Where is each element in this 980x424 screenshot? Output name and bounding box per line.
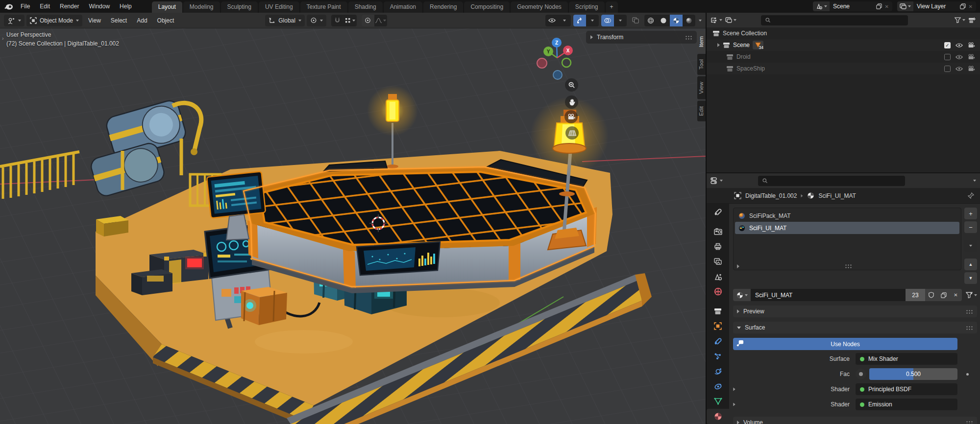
object-visibility-button[interactable] bbox=[545, 15, 558, 26]
tab-compositing[interactable]: Compositing bbox=[464, 1, 510, 13]
fac-slider[interactable]: 0.500 bbox=[869, 368, 957, 380]
viewport-scene[interactable] bbox=[0, 28, 706, 424]
mode-selector[interactable]: Object Mode bbox=[26, 15, 82, 26]
tab-uv-editing[interactable]: UV Editing bbox=[259, 1, 299, 13]
new-collection-button[interactable] bbox=[968, 17, 976, 24]
tab-world[interactable] bbox=[707, 284, 729, 300]
material-name-input[interactable]: SciFi_UI_MAT bbox=[751, 289, 906, 301]
pan-hand-button[interactable] bbox=[565, 95, 578, 109]
remove-view-layer-icon[interactable]: ✕ bbox=[969, 4, 973, 9]
drag-dots-icon[interactable] bbox=[966, 326, 973, 330]
use-nodes-button[interactable]: Use Nodes bbox=[733, 338, 957, 350]
proportional-editing-toggle[interactable] bbox=[362, 15, 374, 26]
slot-specials-button[interactable] bbox=[964, 240, 977, 252]
blender-logo-icon[interactable] bbox=[4, 3, 13, 10]
tab-tool[interactable] bbox=[707, 205, 729, 220]
editor-type-button[interactable] bbox=[4, 15, 24, 26]
render-visibility-camera-icon[interactable] bbox=[968, 66, 975, 71]
tab-rendering[interactable]: Rendering bbox=[423, 1, 463, 13]
menu-object[interactable]: Object bbox=[153, 16, 178, 25]
menu-render[interactable]: Render bbox=[55, 2, 83, 11]
sidebar-tab-edit[interactable]: Edit bbox=[697, 101, 706, 121]
material-filter-button[interactable] bbox=[966, 292, 977, 298]
show-overlays-toggle[interactable] bbox=[601, 15, 614, 26]
add-workspace-button[interactable]: + bbox=[606, 1, 618, 13]
outliner-row-scene-collection[interactable]: Scene Collection bbox=[707, 27, 980, 39]
display-mode-button[interactable] bbox=[710, 17, 722, 24]
properties-editor-type-button[interactable] bbox=[710, 177, 723, 184]
menu-edit[interactable]: Edit bbox=[35, 2, 54, 11]
hide-eye-icon[interactable] bbox=[956, 66, 963, 71]
pivot-point-selector[interactable] bbox=[307, 15, 326, 26]
orange-crate[interactable] bbox=[241, 287, 287, 325]
tab-layout[interactable]: Layout bbox=[152, 1, 182, 13]
tab-shading[interactable]: Shading bbox=[348, 1, 383, 13]
drag-dots-icon[interactable] bbox=[845, 264, 852, 268]
outliner-row-droid[interactable]: Droid bbox=[707, 51, 980, 63]
shading-material-button[interactable] bbox=[670, 15, 683, 26]
outliner-filter-mode-button[interactable] bbox=[725, 17, 736, 23]
view-layer-name-field[interactable]: View Layer ✕ bbox=[913, 1, 976, 11]
sidebar-tab-view[interactable]: View bbox=[697, 76, 706, 99]
render-visibility-camera-icon[interactable] bbox=[968, 42, 975, 48]
tab-animation[interactable]: Animation bbox=[384, 1, 422, 13]
menu-file[interactable]: File bbox=[16, 2, 34, 11]
surface-panel-header[interactable]: Surface bbox=[733, 322, 977, 333]
xray-toggle[interactable] bbox=[629, 15, 642, 26]
outliner-search-input[interactable] bbox=[761, 15, 908, 25]
drag-dots-icon[interactable] bbox=[685, 35, 692, 40]
material-slot-scifi-ui[interactable]: SciFi_UI_MAT bbox=[735, 222, 959, 234]
shader1-field[interactable]: Principled BSDF bbox=[856, 383, 957, 395]
zoom-button[interactable] bbox=[565, 78, 578, 92]
pin-icon[interactable] bbox=[968, 192, 974, 199]
tab-modifiers[interactable] bbox=[707, 334, 729, 349]
perspective-toggle-button[interactable] bbox=[565, 126, 579, 140]
move-slot-up-button[interactable]: ▲ bbox=[964, 259, 977, 270]
breadcrumb-object[interactable]: DigitalTable_01.002 bbox=[745, 192, 797, 199]
tab-object-data[interactable] bbox=[707, 394, 729, 409]
expand-icon[interactable] bbox=[717, 43, 720, 47]
sidebar-tab-tool[interactable]: Tool bbox=[697, 54, 706, 75]
drag-dots-icon[interactable] bbox=[966, 309, 973, 314]
menu-select[interactable]: Select bbox=[107, 16, 131, 25]
tab-texture-paint[interactable]: Texture Paint bbox=[300, 1, 347, 13]
show-gizmo-toggle[interactable] bbox=[573, 15, 586, 26]
tab-output[interactable] bbox=[707, 239, 729, 254]
move-slot-down-button[interactable]: ▼ bbox=[964, 272, 977, 284]
new-scene-icon[interactable] bbox=[876, 3, 882, 9]
surface-shader-field[interactable]: Mix Shader bbox=[856, 353, 957, 365]
properties-options-button[interactable] bbox=[973, 180, 976, 182]
scene-browse-button[interactable] bbox=[813, 1, 830, 11]
input-socket-icon[interactable] bbox=[856, 369, 866, 379]
hide-eye-icon[interactable] bbox=[956, 43, 963, 48]
expand-icon[interactable] bbox=[733, 403, 735, 406]
selectability-checkbox[interactable]: ✓ bbox=[944, 42, 951, 48]
expand-icon[interactable] bbox=[737, 264, 739, 268]
remove-slot-button[interactable]: − bbox=[964, 221, 977, 233]
add-slot-button[interactable]: + bbox=[964, 208, 977, 219]
menu-view[interactable]: View bbox=[84, 16, 105, 25]
selectability-checkbox[interactable] bbox=[944, 54, 951, 60]
drag-dots-icon[interactable] bbox=[966, 421, 973, 424]
tab-constraints[interactable] bbox=[707, 379, 729, 394]
new-view-layer-icon[interactable] bbox=[960, 3, 966, 9]
tab-scripting[interactable]: Scripting bbox=[569, 1, 605, 13]
tab-render[interactable] bbox=[707, 224, 729, 239]
tab-object[interactable] bbox=[707, 319, 729, 334]
3d-viewport[interactable]: User Perspective (72) Scene Collection |… bbox=[0, 28, 706, 424]
outliner-row-spaceship[interactable]: SpaceShip bbox=[707, 63, 980, 74]
hide-eye-icon[interactable] bbox=[956, 54, 963, 60]
chevron-down-icon[interactable] bbox=[614, 15, 627, 26]
animate-decorator[interactable] bbox=[957, 373, 977, 376]
shading-wireframe-button[interactable] bbox=[644, 15, 657, 26]
snap-settings-button[interactable] bbox=[344, 15, 357, 26]
tab-collection[interactable] bbox=[707, 304, 729, 319]
tab-scene[interactable] bbox=[707, 269, 729, 284]
shading-solid-button[interactable] bbox=[657, 15, 670, 26]
outliner-row-scene[interactable]: Scene 34 ✓ bbox=[707, 39, 980, 51]
selectability-checkbox[interactable] bbox=[944, 66, 951, 72]
fake-user-shield-icon[interactable] bbox=[925, 289, 937, 301]
menu-add[interactable]: Add bbox=[133, 16, 151, 25]
snap-toggle[interactable] bbox=[331, 15, 344, 26]
chevron-down-icon[interactable] bbox=[699, 20, 702, 22]
